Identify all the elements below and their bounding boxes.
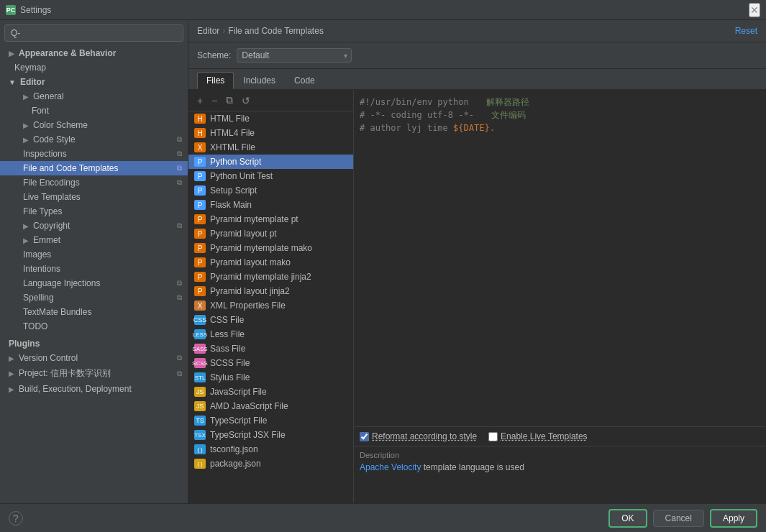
- list-item[interactable]: SCSS SCSS File: [188, 356, 353, 370]
- ok-button[interactable]: OK: [608, 509, 647, 528]
- file-icon: P: [194, 243, 206, 253]
- sidebar-item-spelling[interactable]: Spelling ⧉: [0, 290, 188, 305]
- sidebar-item-copyright[interactable]: ▶ Copyright ⧉: [0, 219, 188, 233]
- list-item-python-script[interactable]: P Python Script: [188, 155, 353, 169]
- breadcrumb: Editor › File and Code Templates: [197, 26, 324, 36]
- copy-icon: ⧉: [177, 221, 182, 230]
- reformat-checkbox-label[interactable]: Reformat according to style: [360, 431, 477, 441]
- arrow-icon: ▶: [23, 222, 29, 230]
- list-item[interactable]: X XHTML File: [188, 140, 353, 155]
- title-bar: PC Settings ✕: [0, 0, 766, 20]
- file-icon: X: [194, 301, 206, 311]
- list-item[interactable]: P Setup Script: [188, 183, 353, 198]
- app-icon: PC: [6, 5, 16, 15]
- file-icon: P: [194, 200, 206, 210]
- sidebar-item-inspections[interactable]: Inspections ⧉: [0, 147, 188, 161]
- sidebar-item-language-injections[interactable]: Language Injections ⧉: [0, 276, 188, 290]
- list-item[interactable]: { } package.json: [188, 457, 353, 471]
- tabs: Files Includes Code: [188, 69, 766, 90]
- list-item[interactable]: { } tsconfig.json: [188, 442, 353, 457]
- sidebar-item-project[interactable]: ▶ Project: 信用卡数字识别 ⧉: [0, 365, 188, 382]
- file-icon: P: [194, 229, 206, 239]
- sidebar-item-code-style[interactable]: ▶ Code Style ⧉: [0, 132, 188, 147]
- editor-area[interactable]: #!/usr/bin/env python 解释器路径 # -*- coding…: [354, 90, 766, 426]
- scheme-select[interactable]: Default Project: [237, 48, 352, 63]
- sidebar-item-keymap[interactable]: Keymap: [0, 60, 188, 75]
- reset-button[interactable]: Reset: [735, 26, 757, 36]
- scheme-row: Scheme: Default Project: [188, 42, 766, 69]
- tab-files[interactable]: Files: [197, 72, 234, 89]
- list-item[interactable]: P Python Unit Test: [188, 169, 353, 183]
- sidebar-item-textmate-bundles[interactable]: TextMate Bundles: [0, 305, 188, 319]
- arrow-icon: ▶: [9, 385, 14, 393]
- content-header: Editor › File and Code Templates Reset: [188, 20, 766, 42]
- add-button[interactable]: +: [194, 93, 206, 108]
- arrow-icon: ▶: [9, 354, 14, 362]
- enable-live-templates-checkbox[interactable]: [488, 432, 498, 441]
- file-icon: JS: [194, 387, 206, 397]
- bottom-bar: ? OK Cancel Apply: [0, 503, 766, 532]
- copy-template-button[interactable]: ⧉: [223, 93, 236, 108]
- list-item[interactable]: TS TypeScript File: [188, 413, 353, 428]
- list-item[interactable]: SASS Sass File: [188, 341, 353, 356]
- tab-code[interactable]: Code: [285, 72, 324, 89]
- list-item[interactable]: P Pyramid mytemplate pt: [188, 212, 353, 226]
- list-item[interactable]: P Flask Main: [188, 198, 353, 212]
- enable-live-templates-checkbox-label[interactable]: Enable Live Templates: [488, 431, 588, 441]
- sidebar-item-color-scheme[interactable]: ▶ Color Scheme: [0, 118, 188, 132]
- list-item[interactable]: TSX TypeScript JSX File: [188, 428, 353, 442]
- sidebar-item-file-types[interactable]: File Types: [0, 204, 188, 219]
- list-item[interactable]: X XML Properties File: [188, 298, 353, 313]
- file-icon: SCSS: [194, 358, 206, 368]
- reset-template-button[interactable]: ↺: [239, 93, 253, 108]
- sidebar-item-file-and-code-templates[interactable]: File and Code Templates ⧉: [0, 161, 188, 175]
- file-icon: P: [194, 214, 206, 224]
- list-item[interactable]: JS AMD JavaScript File: [188, 399, 353, 413]
- sidebar-item-intentions[interactable]: Intentions: [0, 262, 188, 276]
- content-area: Editor › File and Code Templates Reset S…: [188, 20, 766, 503]
- list-item[interactable]: P Pyramid mytemplate mako: [188, 241, 353, 255]
- list-item[interactable]: P Pyramid mytemplate jinja2: [188, 270, 353, 284]
- list-item[interactable]: CSS CSS File: [188, 313, 353, 327]
- help-button[interactable]: ?: [9, 511, 23, 526]
- sidebar-item-font[interactable]: Font: [0, 104, 188, 118]
- list-item[interactable]: STL Stylus File: [188, 370, 353, 385]
- sidebar-item-build-execution[interactable]: ▶ Build, Execution, Deployment: [0, 382, 188, 396]
- arrow-icon: ▶: [23, 136, 29, 144]
- list-item[interactable]: JS JavaScript File: [188, 385, 353, 399]
- search-input[interactable]: [4, 24, 183, 42]
- sidebar-item-live-templates[interactable]: Live Templates: [0, 190, 188, 204]
- list-item[interactable]: H HTML File: [188, 111, 353, 126]
- list-item[interactable]: H HTML4 File: [188, 126, 353, 140]
- list-item[interactable]: LESS Less File: [188, 327, 353, 341]
- sidebar-item-plugins[interactable]: Plugins: [0, 336, 188, 351]
- file-list-toolbar: + − ⧉ ↺: [188, 90, 353, 111]
- code-line: #!/usr/bin/env python 解释器路径: [360, 96, 760, 109]
- sidebar-item-file-encodings[interactable]: File Encodings ⧉: [0, 175, 188, 190]
- reformat-checkbox[interactable]: [360, 432, 369, 441]
- options-row: Reformat according to style Enable Live …: [354, 426, 766, 446]
- sidebar-item-general[interactable]: ▶ General: [0, 89, 188, 104]
- description-text: Apache Velocity template language is use…: [360, 462, 760, 472]
- sidebar-item-appearance[interactable]: ▶ Appearance & Behavior: [0, 46, 188, 60]
- file-icon: { }: [194, 444, 206, 454]
- tab-includes[interactable]: Includes: [234, 72, 285, 89]
- title-bar-text: Settings: [20, 5, 51, 15]
- list-item[interactable]: P Pyramid layout pt: [188, 226, 353, 241]
- cancel-button[interactable]: Cancel: [653, 510, 704, 527]
- sidebar-item-emmet[interactable]: ▶ Emmet: [0, 233, 188, 247]
- file-icon: X: [194, 142, 206, 152]
- apply-button[interactable]: Apply: [710, 509, 757, 528]
- list-item[interactable]: P Pyramid layout jinja2: [188, 284, 353, 298]
- close-button[interactable]: ✕: [749, 3, 760, 17]
- sidebar-item-todo[interactable]: TODO: [0, 319, 188, 334]
- file-icon: P: [194, 157, 206, 167]
- file-icon: P: [194, 185, 206, 196]
- file-icon: SASS: [194, 344, 206, 354]
- sidebar-item-editor[interactable]: ▼ Editor: [0, 75, 188, 89]
- sidebar-item-version-control[interactable]: ▶ Version Control ⧉: [0, 351, 188, 365]
- sidebar-item-images[interactable]: Images: [0, 247, 188, 262]
- copy-icon: ⧉: [177, 150, 182, 158]
- list-item[interactable]: P Pyramid layout mako: [188, 255, 353, 270]
- remove-button[interactable]: −: [209, 93, 220, 108]
